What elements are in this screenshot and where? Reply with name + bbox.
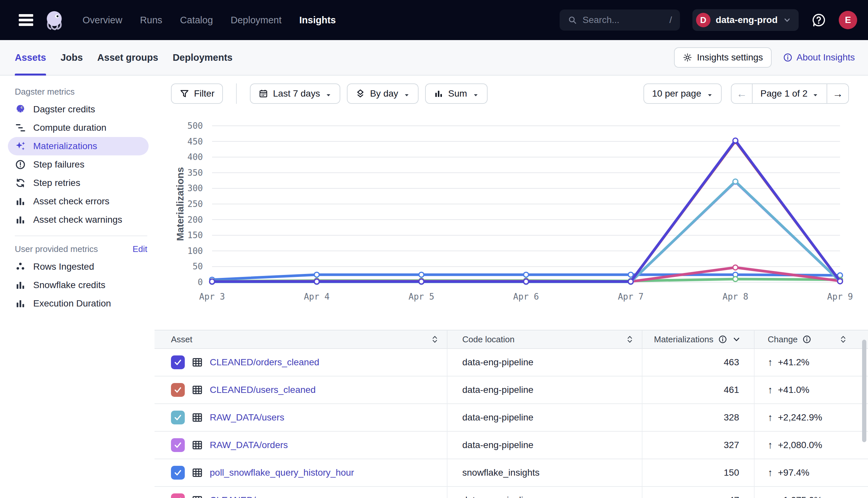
- caret-down-icon: [472, 90, 479, 97]
- org-name: data-eng-prod: [716, 15, 778, 25]
- chart-toolbar: Filter Last 7 days By day: [171, 83, 849, 104]
- toolbar-divider: [236, 83, 237, 104]
- filter-button[interactable]: Filter: [171, 83, 223, 104]
- sidebar-item-materializations[interactable]: Materializations: [8, 137, 149, 155]
- code-location: data-eng-pipeline: [462, 357, 533, 368]
- change-value: +41.2%: [778, 357, 809, 368]
- per-page-dropdown[interactable]: 10 per page: [643, 83, 722, 104]
- sort-icon[interactable]: [431, 335, 439, 344]
- aggregate-dropdown[interactable]: Sum: [425, 83, 488, 104]
- primary-nav: OverviewRunsCatalogDeploymentInsights: [82, 15, 336, 26]
- sidebar-item-asset-check-errors[interactable]: Asset check errors: [8, 192, 149, 211]
- about-insights-label: About Insights: [797, 52, 855, 63]
- insights-settings-button[interactable]: Insights settings: [674, 47, 772, 68]
- sidebar-item-asset-check-warnings[interactable]: Asset check warnings: [8, 211, 149, 229]
- org-badge: D: [696, 13, 711, 27]
- date-range-label: Last 7 days: [273, 88, 320, 99]
- asset-link[interactable]: RAW_DATA/users: [210, 412, 284, 423]
- sidebar-item-rows-ingested[interactable]: Rows Ingested: [8, 258, 149, 276]
- dagster-logo-icon[interactable]: [43, 9, 65, 31]
- duration-icon: [15, 122, 26, 133]
- code-location: data-eng-pipeline: [462, 385, 533, 395]
- sidebar-item-snowflake-credits[interactable]: Snowflake credits: [8, 276, 149, 294]
- column-header-materializations[interactable]: Materializations: [642, 330, 755, 348]
- info-icon[interactable]: [802, 335, 812, 344]
- nav-deployment[interactable]: Deployment: [231, 15, 282, 26]
- sort-icon[interactable]: [839, 335, 847, 344]
- edit-metrics-link[interactable]: Edit: [132, 244, 147, 254]
- group-by-dropdown[interactable]: By day: [347, 83, 419, 104]
- sidebar-item-label: Compute duration: [33, 122, 106, 133]
- sidebar-item-dagster-credits[interactable]: Dagster credits: [8, 100, 149, 119]
- asset-link[interactable]: RAW_DATA/orders: [210, 440, 288, 450]
- alert-circle-icon: [15, 159, 26, 170]
- row-checkbox[interactable]: [171, 411, 185, 424]
- chevron-down-icon[interactable]: [732, 335, 741, 344]
- user-avatar[interactable]: E: [839, 11, 857, 29]
- date-range-dropdown[interactable]: Last 7 days: [250, 83, 340, 104]
- column-header-change[interactable]: Change: [755, 330, 868, 348]
- main-content: Filter Last 7 days By day: [154, 76, 868, 498]
- top-nav: OverviewRunsCatalogDeploymentInsights / …: [0, 0, 868, 40]
- table-header: Asset Code location Materializations: [154, 330, 868, 349]
- tab-assets[interactable]: Assets: [15, 40, 46, 75]
- materializations-value: 461: [724, 385, 739, 395]
- code-location: data-eng-pipeline: [462, 495, 533, 498]
- about-insights-link[interactable]: About Insights: [783, 52, 855, 63]
- sort-icon[interactable]: [626, 335, 634, 344]
- assets-table: Asset Code location Materializations: [154, 330, 868, 498]
- column-header-asset[interactable]: Asset: [154, 330, 447, 348]
- sidebar-item-execution-duration[interactable]: Execution Duration: [8, 294, 149, 313]
- gear-icon: [682, 53, 692, 62]
- asset-link[interactable]: CLEANED/…: [210, 495, 265, 498]
- page-indicator-dropdown[interactable]: Page 1 of 2: [753, 84, 827, 103]
- tab-deployments[interactable]: Deployments: [173, 40, 232, 75]
- sidebar-item-compute-duration[interactable]: Compute duration: [8, 119, 149, 137]
- sidebar-item-step-failures[interactable]: Step failures: [8, 155, 149, 174]
- column-header-code-location[interactable]: Code location: [447, 330, 642, 348]
- sidebar-item-label: Step retries: [33, 178, 80, 188]
- svg-text:Apr 7: Apr 7: [618, 292, 643, 302]
- nav-insights[interactable]: Insights: [299, 15, 336, 26]
- nav-runs[interactable]: Runs: [140, 15, 163, 26]
- dots-icon: [15, 261, 26, 272]
- sidebar-item-label: Asset check warnings: [33, 214, 122, 225]
- hamburger-menu-icon[interactable]: [19, 12, 33, 28]
- nav-overview[interactable]: Overview: [82, 15, 122, 26]
- row-checkbox[interactable]: [171, 494, 185, 498]
- change-value: +2,242.9%: [778, 412, 822, 423]
- next-page-button[interactable]: →: [827, 84, 848, 103]
- asset-link[interactable]: CLEANED/users_cleaned: [210, 385, 316, 395]
- svg-text:500: 500: [188, 121, 203, 131]
- row-checkbox[interactable]: [171, 355, 185, 369]
- caret-down-icon: [812, 90, 819, 97]
- org-switcher[interactable]: D data-eng-prod: [692, 9, 799, 31]
- sidebar-item-label: Step failures: [33, 159, 85, 170]
- tab-jobs[interactable]: Jobs: [61, 40, 83, 75]
- asset-link[interactable]: CLEANED/orders_cleaned: [210, 357, 319, 368]
- series-cleaned-orders-cleaned[interactable]: [210, 138, 843, 284]
- sidebar-item-step-retries[interactable]: Step retries: [8, 174, 149, 192]
- scrollbar-thumb[interactable]: [862, 340, 866, 442]
- help-icon[interactable]: [811, 12, 826, 28]
- change-value: +41.0%: [778, 385, 809, 395]
- up-arrow-icon: ↑: [768, 440, 773, 451]
- code-location: data-eng-pipeline: [462, 412, 533, 423]
- nav-catalog[interactable]: Catalog: [180, 15, 213, 26]
- search-input[interactable]: [583, 15, 664, 25]
- info-icon[interactable]: [718, 335, 727, 344]
- prev-page-button[interactable]: ←: [731, 84, 753, 103]
- svg-text:400: 400: [188, 152, 203, 162]
- row-checkbox[interactable]: [171, 466, 185, 480]
- page-indicator-label: Page 1 of 2: [761, 88, 807, 99]
- bar-chart-icon: [15, 298, 26, 309]
- asset-link[interactable]: poll_snowflake_query_history_hour: [210, 468, 354, 478]
- row-checkbox[interactable]: [171, 438, 185, 452]
- search-box[interactable]: /: [560, 10, 680, 30]
- svg-text:Apr 4: Apr 4: [304, 292, 330, 302]
- table-row: poll_snowflake_query_history_hoursnowfla…: [154, 459, 868, 487]
- svg-text:350: 350: [188, 168, 203, 178]
- series-cleaned-users-cleaned[interactable]: [210, 139, 843, 284]
- row-checkbox[interactable]: [171, 383, 185, 397]
- tab-asset-groups[interactable]: Asset groups: [97, 40, 158, 75]
